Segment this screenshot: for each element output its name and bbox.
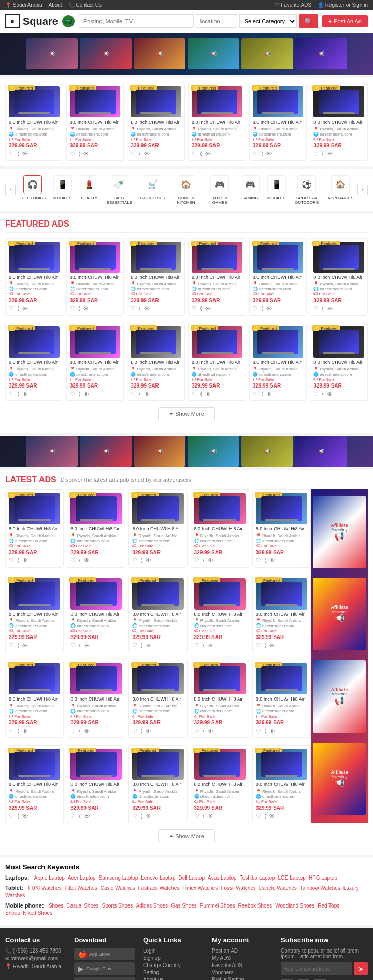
keyword-link[interactable]: Toshiba Laptop	[240, 875, 275, 881]
googleplay2-button[interactable]: G Google play	[74, 977, 135, 980]
wishlist-button[interactable]: ♡	[253, 151, 258, 157]
sidebar-ad-3[interactable]: Affiliate Marketing 📢	[313, 660, 366, 733]
share-button[interactable]: ⟨	[17, 305, 19, 312]
view-button[interactable]: 👁	[208, 557, 213, 564]
view-button[interactable]: 👁	[22, 813, 28, 820]
wishlist-button[interactable]: ♡	[70, 813, 76, 820]
share-button[interactable]: ⟨	[79, 642, 81, 649]
share-button[interactable]: ⟨	[322, 391, 324, 397]
category-item[interactable]: 🎮 GAMING	[238, 173, 263, 207]
share-button[interactable]: ⟨	[78, 305, 80, 312]
quicklink-item[interactable]: Change Country	[143, 962, 204, 968]
view-button[interactable]: 👁	[22, 727, 28, 734]
view-button[interactable]: 👁	[84, 727, 90, 734]
view-button[interactable]: 👁	[327, 305, 333, 312]
keyword-link[interactable]: Casio Watches	[101, 885, 135, 891]
category-item[interactable]: ⚽ SPORTS & OUTDOORS	[291, 173, 323, 207]
wishlist-button[interactable]: ♡	[70, 557, 76, 564]
wishlist-button[interactable]: ♡	[70, 727, 76, 734]
view-button[interactable]: 👁	[84, 642, 90, 649]
view-button[interactable]: 👁	[266, 391, 272, 397]
view-button[interactable]: 👁	[269, 727, 275, 734]
share-button[interactable]: ⟨	[139, 305, 141, 312]
category-item[interactable]: 🏠 HOME & KITCHEN	[170, 173, 202, 207]
share-button[interactable]: ⟨	[79, 813, 81, 820]
keyword-link[interactable]: Woodland Shoes	[275, 903, 314, 909]
view-button[interactable]: 👁	[144, 151, 150, 157]
wishlist-button[interactable]: ♡	[9, 305, 14, 312]
account-link-item[interactable]: Post an AD	[212, 948, 272, 954]
keyword-link[interactable]: Samsung Laptop	[99, 875, 138, 881]
keyword-link[interactable]: Fastrack Watches	[138, 885, 180, 891]
appstore-button[interactable]: 🍎 App Store	[74, 948, 135, 960]
share-button[interactable]: ⟨	[139, 151, 141, 157]
quicklink-item[interactable]: Sign up	[143, 955, 204, 961]
sidebar-ad-4[interactable]: Affiliate Marketing 📢	[313, 743, 366, 815]
share-button[interactable]: ⟨	[261, 151, 263, 157]
category-item[interactable]: 🛒 GROCERIES	[137, 173, 168, 207]
category-item[interactable]: 📱 MOBILES	[264, 173, 289, 207]
share-button[interactable]: ⟨	[17, 151, 19, 157]
wishlist-button[interactable]: ♡	[9, 642, 14, 649]
view-button[interactable]: 👁	[146, 727, 151, 734]
view-button[interactable]: 👁	[22, 391, 28, 397]
share-button[interactable]: ⟨	[203, 813, 205, 820]
share-button[interactable]: ⟨	[200, 151, 202, 157]
keyword-link[interactable]: Timex Watches	[182, 885, 218, 891]
googleplay-button[interactable]: ▶ Google Play	[74, 962, 135, 975]
keyword-link[interactable]: Reebok Shoes	[238, 903, 272, 909]
wishlist-button[interactable]: ♡	[194, 557, 199, 564]
wishlist-button[interactable]: ♡	[132, 813, 137, 820]
view-button[interactable]: 👁	[266, 151, 272, 157]
view-button[interactable]: 👁	[208, 642, 213, 649]
share-button[interactable]: ⟨	[78, 391, 80, 397]
wishlist-button[interactable]: ♡	[132, 727, 137, 734]
share-button[interactable]: ⟨	[264, 727, 266, 734]
view-button[interactable]: 👁	[205, 305, 211, 312]
view-button[interactable]: 👁	[208, 727, 213, 734]
category-item[interactable]: 🍼 BABY ESSENTIALS	[103, 173, 135, 207]
view-button[interactable]: 👁	[22, 557, 28, 564]
account-link-item[interactable]: Favorite ADS	[212, 962, 272, 968]
category-item[interactable]: 📱 MOBILES	[50, 173, 75, 207]
show-more-featured-button[interactable]: ✦ Show More	[158, 407, 215, 421]
favorites-link[interactable]: ♡ Favorite ADS	[275, 2, 311, 8]
wishlist-button[interactable]: ♡	[131, 305, 136, 312]
wishlist-button[interactable]: ♡	[313, 305, 319, 312]
share-button[interactable]: ⟨	[17, 813, 19, 820]
share-button[interactable]: ⟨	[17, 727, 19, 734]
wishlist-button[interactable]: ♡	[194, 727, 199, 734]
share-button[interactable]: ⟨	[17, 642, 19, 649]
share-button[interactable]: ⟨	[139, 391, 141, 397]
keyword-link[interactable]: FUKI Watches	[28, 885, 62, 891]
share-button[interactable]: ⟨	[264, 557, 266, 564]
keyword-link[interactable]: Dell Laptop	[178, 875, 205, 881]
share-button[interactable]: ⟨	[264, 813, 266, 820]
share-button[interactable]: ⟨	[78, 151, 80, 157]
share-button[interactable]: ⟨	[140, 557, 142, 564]
wishlist-button[interactable]: ♡	[131, 151, 136, 157]
keyword-link[interactable]: Fitbit Watches	[65, 885, 97, 891]
view-button[interactable]: 👁	[269, 642, 275, 649]
auth-link[interactable]: 👤 Register or Sign in	[318, 2, 368, 8]
share-button[interactable]: ⟨	[264, 642, 266, 649]
location-input[interactable]	[196, 14, 237, 28]
wishlist-button[interactable]: ♡	[70, 151, 75, 157]
share-button[interactable]: ⟨	[140, 642, 142, 649]
wishlist-button[interactable]: ♡	[9, 813, 14, 820]
view-button[interactable]: 👁	[269, 557, 275, 564]
share-button[interactable]: ⟨	[261, 391, 263, 397]
wishlist-button[interactable]: ♡	[132, 642, 137, 649]
keyword-link[interactable]: Danelo Watches	[259, 885, 297, 891]
share-button[interactable]: ⟨	[140, 727, 142, 734]
category-item[interactable]: 🎮 TOYS & GAMES	[204, 173, 236, 207]
wishlist-button[interactable]: ♡	[9, 391, 14, 397]
view-button[interactable]: 👁	[83, 391, 89, 397]
keyword-link[interactable]: Acer Laptop	[68, 875, 96, 881]
share-button[interactable]: ⟨	[203, 642, 205, 649]
keyword-link[interactable]: Apple Laptop	[34, 875, 65, 881]
view-button[interactable]: 👁	[205, 151, 211, 157]
share-button[interactable]: ⟨	[203, 727, 205, 734]
keyword-link[interactable]: HPG Laptop	[309, 875, 337, 881]
keyword-link[interactable]: Tainbow Watches	[300, 885, 340, 891]
